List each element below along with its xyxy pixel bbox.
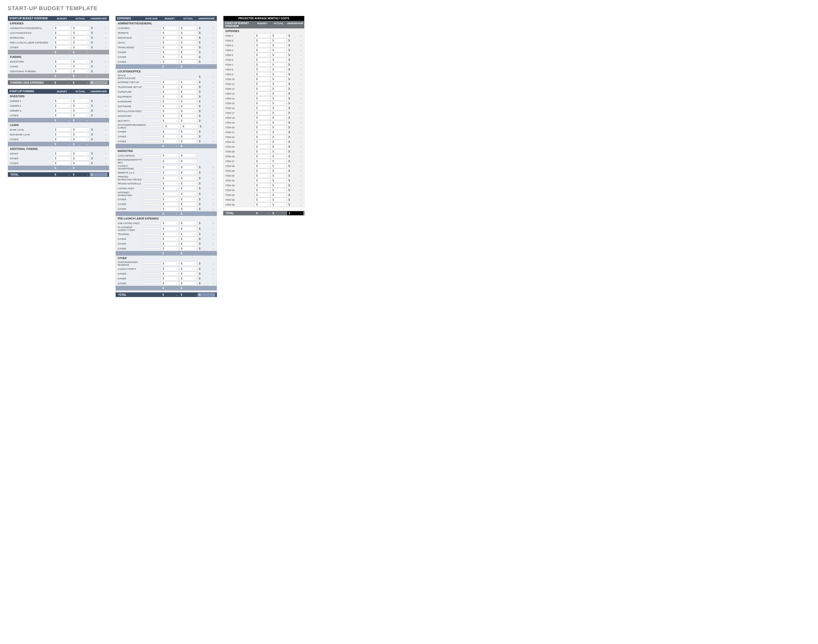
money-cell[interactable]: $- (179, 55, 197, 59)
money-cell[interactable]: $- (161, 35, 179, 40)
money-cell[interactable]: $- (271, 48, 286, 52)
money-cell[interactable]: $- (179, 192, 197, 196)
money-cell[interactable]: $- (71, 31, 89, 35)
money-cell[interactable]: $- (53, 113, 71, 118)
money-cell[interactable]: $- (179, 109, 197, 113)
money-cell[interactable]: $- (254, 53, 270, 57)
money-cell[interactable]: $- (179, 267, 197, 271)
date-input[interactable] (143, 188, 160, 189)
money-cell[interactable]: $- (71, 137, 89, 141)
money-cell[interactable]: $- (254, 38, 270, 43)
money-cell[interactable]: $- (271, 43, 286, 48)
money-cell[interactable]: $- (271, 120, 286, 125)
money-cell[interactable]: $- (271, 193, 286, 197)
money-cell[interactable]: $- (271, 38, 286, 43)
money-cell[interactable]: $- (71, 127, 89, 132)
money-cell[interactable]: $- (161, 153, 179, 158)
money-cell[interactable]: $- (53, 109, 71, 113)
money-cell[interactable]: $- (161, 90, 179, 94)
date-input[interactable] (143, 155, 160, 156)
date-input[interactable] (143, 208, 160, 210)
money-cell[interactable]: $- (179, 159, 197, 163)
date-input[interactable] (143, 243, 160, 245)
money-cell[interactable]: $- (53, 31, 71, 35)
date-input[interactable] (143, 278, 160, 279)
money-cell[interactable]: $- (71, 64, 89, 69)
money-cell[interactable]: $- (254, 159, 270, 163)
money-cell[interactable]: $- (271, 87, 286, 91)
money-cell[interactable]: $- (254, 188, 270, 192)
money-cell[interactable]: $- (71, 156, 89, 161)
money-cell[interactable]: $- (53, 64, 71, 69)
money-cell[interactable]: $- (161, 237, 179, 241)
money-cell[interactable]: $- (254, 140, 270, 144)
money-cell[interactable]: $- (179, 31, 197, 35)
money-cell[interactable]: $- (53, 137, 71, 141)
date-input[interactable] (143, 61, 160, 63)
date-input[interactable] (143, 101, 160, 103)
date-input[interactable] (143, 47, 160, 48)
money-cell[interactable]: $- (254, 149, 270, 154)
money-cell[interactable]: $- (254, 154, 270, 158)
money-cell[interactable]: $- (271, 202, 286, 207)
money-cell[interactable]: $- (71, 26, 89, 30)
money-cell[interactable]: $- (254, 111, 270, 115)
money-cell[interactable]: $- (179, 26, 197, 30)
money-cell[interactable]: $- (71, 40, 89, 45)
date-input[interactable] (143, 52, 160, 53)
money-cell[interactable]: $- (161, 267, 179, 271)
money-cell[interactable]: $- (271, 58, 286, 62)
date-input[interactable] (143, 96, 160, 98)
money-cell[interactable]: $- (53, 26, 71, 30)
money-cell[interactable]: $- (271, 144, 286, 149)
money-cell[interactable]: $- (271, 101, 286, 106)
date-input[interactable] (143, 183, 160, 184)
money-cell[interactable]: $- (271, 135, 286, 139)
date-input[interactable] (143, 166, 160, 168)
money-cell[interactable]: $- (71, 161, 89, 166)
date-input[interactable] (143, 248, 160, 250)
money-cell[interactable]: $- (179, 170, 197, 175)
money-cell[interactable]: $- (161, 119, 179, 123)
date-input[interactable] (143, 204, 160, 205)
money-cell[interactable]: $- (161, 114, 179, 118)
money-cell[interactable]: $- (161, 104, 179, 109)
money-cell[interactable]: $- (254, 34, 270, 38)
money-cell[interactable]: $- (254, 183, 270, 187)
money-cell[interactable]: $- (271, 140, 286, 144)
date-input[interactable] (143, 172, 160, 173)
money-cell[interactable]: $- (254, 120, 270, 125)
date-input[interactable] (143, 91, 160, 93)
money-cell[interactable]: $- (179, 276, 197, 281)
money-cell[interactable]: $- (161, 165, 179, 169)
date-input[interactable] (143, 233, 160, 235)
money-cell[interactable]: $- (161, 95, 179, 99)
money-cell[interactable]: $- (179, 35, 197, 40)
money-cell[interactable]: $- (254, 173, 270, 178)
money-cell[interactable]: $- (179, 45, 197, 49)
money-cell[interactable]: $- (179, 95, 197, 99)
money-cell[interactable]: $- (254, 202, 270, 207)
money-cell[interactable]: $- (254, 130, 270, 134)
date-input[interactable] (143, 76, 160, 77)
money-cell[interactable]: $- (161, 247, 179, 251)
date-input[interactable] (143, 136, 160, 138)
money-cell[interactable]: $- (179, 40, 197, 45)
money-cell[interactable]: $- (271, 92, 286, 96)
money-cell[interactable]: $- (254, 77, 270, 81)
money-cell[interactable]: $- (254, 63, 270, 67)
money-cell[interactable]: $- (161, 31, 179, 35)
money-cell[interactable]: $- (179, 281, 197, 285)
money-cell[interactable]: $- (161, 134, 179, 139)
money-cell[interactable]: $- (271, 77, 286, 81)
money-cell[interactable]: $- (179, 99, 197, 104)
money-cell[interactable]: $- (161, 186, 179, 190)
money-cell[interactable]: $- (271, 198, 286, 202)
money-cell[interactable]: $- (179, 90, 197, 94)
money-cell[interactable]: $- (161, 26, 179, 30)
date-input[interactable] (143, 193, 160, 195)
money-cell[interactable]: $- (161, 232, 179, 236)
date-input[interactable] (143, 106, 160, 107)
money-cell[interactable]: $- (179, 153, 197, 158)
money-cell[interactable]: $- (271, 53, 286, 57)
